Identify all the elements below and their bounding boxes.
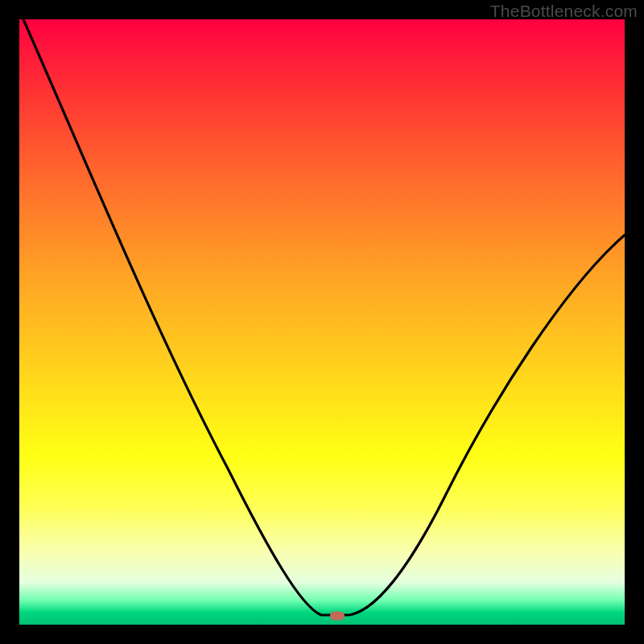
min-marker xyxy=(330,611,345,620)
chart-plot-area xyxy=(19,19,625,625)
chart-frame: TheBottleneck.com xyxy=(0,0,644,644)
watermark-text: TheBottleneck.com xyxy=(490,2,638,21)
bottleneck-curve xyxy=(19,19,625,625)
curve-path xyxy=(23,19,625,615)
